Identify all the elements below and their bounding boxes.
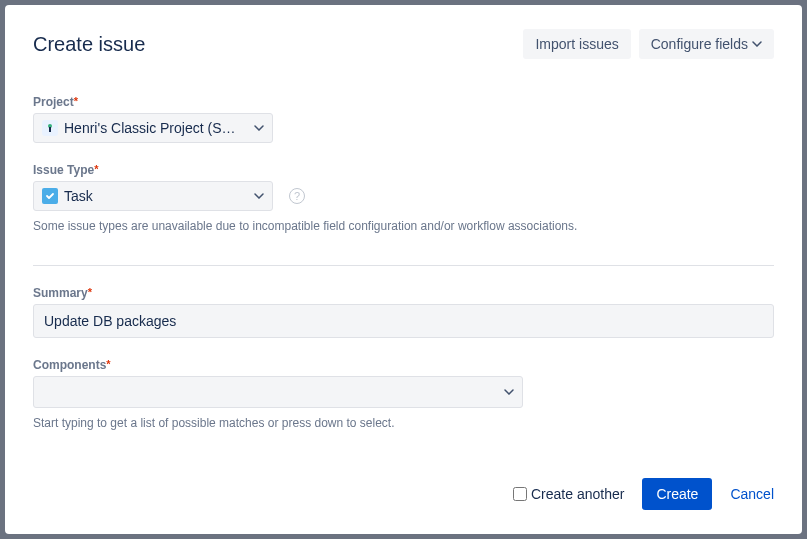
issue-type-selected-text: Task bbox=[64, 188, 93, 204]
summary-input[interactable] bbox=[33, 304, 774, 338]
cancel-button[interactable]: Cancel bbox=[730, 486, 774, 502]
create-another-checkbox-row[interactable]: Create another bbox=[513, 486, 624, 502]
summary-field: Summary* bbox=[33, 286, 774, 338]
project-avatar-icon bbox=[42, 120, 58, 136]
summary-label: Summary* bbox=[33, 286, 774, 300]
help-icon[interactable]: ? bbox=[289, 188, 305, 204]
issue-type-field: Issue Type* Task ? Some issue types are … bbox=[33, 163, 774, 233]
create-button[interactable]: Create bbox=[642, 478, 712, 510]
svg-rect-1 bbox=[49, 127, 51, 132]
project-label: Project* bbox=[33, 95, 774, 109]
task-icon bbox=[42, 188, 58, 204]
components-help-text: Start typing to get a list of possible m… bbox=[33, 416, 774, 430]
components-field: Components* Start typing to get a list o… bbox=[33, 358, 774, 430]
issue-type-help-text: Some issue types are unavailable due to … bbox=[33, 219, 774, 233]
issue-type-label: Issue Type* bbox=[33, 163, 774, 177]
project-field: Project* Henri's Classic Project (S… bbox=[33, 95, 774, 143]
create-another-checkbox[interactable] bbox=[513, 487, 527, 501]
chevron-down-icon bbox=[254, 125, 264, 131]
chevron-down-icon bbox=[752, 41, 762, 47]
required-indicator: * bbox=[94, 163, 98, 175]
import-issues-button[interactable]: Import issues bbox=[523, 29, 630, 59]
project-selected-text: Henri's Classic Project (S… bbox=[64, 120, 236, 136]
header-actions: Import issues Configure fields bbox=[523, 29, 774, 59]
components-select[interactable] bbox=[33, 376, 523, 408]
required-indicator: * bbox=[74, 95, 78, 107]
project-select[interactable]: Henri's Classic Project (S… bbox=[33, 113, 273, 143]
required-indicator: * bbox=[88, 286, 92, 298]
chevron-down-icon bbox=[504, 389, 514, 395]
section-divider bbox=[33, 265, 774, 266]
issue-type-row: Task ? bbox=[33, 181, 774, 211]
configure-fields-label: Configure fields bbox=[651, 36, 748, 52]
modal-footer: Create another Create Cancel bbox=[33, 478, 774, 510]
create-another-label: Create another bbox=[531, 486, 624, 502]
modal-title: Create issue bbox=[33, 33, 145, 56]
configure-fields-button[interactable]: Configure fields bbox=[639, 29, 774, 59]
import-issues-label: Import issues bbox=[535, 36, 618, 52]
modal-header: Create issue Import issues Configure fie… bbox=[33, 29, 774, 59]
create-issue-modal: Create issue Import issues Configure fie… bbox=[5, 5, 802, 534]
required-indicator: * bbox=[106, 358, 110, 370]
chevron-down-icon bbox=[254, 193, 264, 199]
issue-type-select[interactable]: Task bbox=[33, 181, 273, 211]
components-label: Components* bbox=[33, 358, 774, 372]
